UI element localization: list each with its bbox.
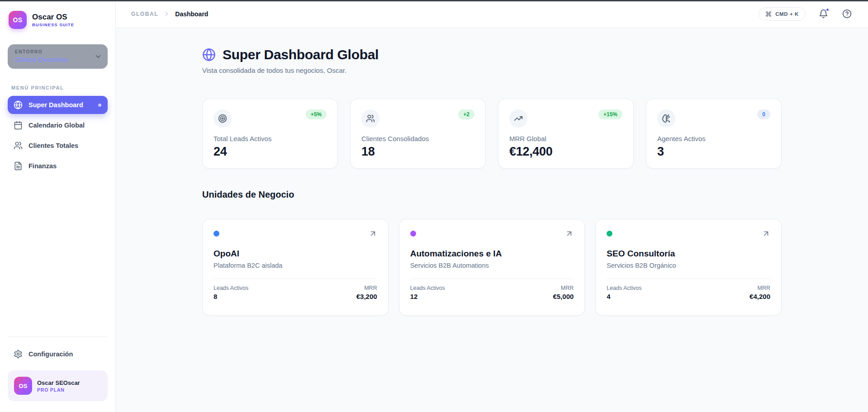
business-unit-card[interactable]: OpoAI Plataforma B2C aislada Leads Activ… <box>202 219 389 316</box>
stat-value: 24 <box>213 145 327 159</box>
leads-label: Leads Activos <box>213 285 248 291</box>
stat-label: Total Leads Activos <box>213 135 327 142</box>
status-dot <box>213 231 219 237</box>
stat-card: 0 Agentes Activos 3 <box>646 99 782 169</box>
brand-tagline: BUSINESS SUITE <box>32 22 74 27</box>
user-name: Oscar SEOscar <box>37 379 80 386</box>
stat-trend-badge: 0 <box>757 109 770 119</box>
arrow-up-right-icon[interactable] <box>565 229 574 238</box>
mrr-label: MRR <box>553 285 574 291</box>
mrr-value: €4,200 <box>749 293 770 300</box>
stat-trend-badge: +5% <box>306 109 327 119</box>
leads-value: 4 <box>607 293 641 300</box>
window-top-edge <box>0 0 868 1</box>
brand-initials: OS <box>13 16 22 24</box>
status-dot <box>607 231 612 237</box>
page-title: Super Dashboard Global <box>223 47 379 62</box>
top-bar: GLOBAL Dashboard CMD + K <box>116 0 868 28</box>
mrr-value: €3,200 <box>356 293 377 300</box>
notification-dot <box>825 8 830 12</box>
page-subtitle: Vista consolidada de todos tus negocios,… <box>202 66 782 74</box>
business-name: Automatizaciones e IA <box>410 249 574 259</box>
section-title: Unidades de Negocio <box>202 189 782 200</box>
sidebar-item-finanzas[interactable]: Finanzas <box>8 157 108 175</box>
mrr-label: MRR <box>749 285 770 291</box>
globe-icon <box>202 48 216 62</box>
arrow-up-right-icon[interactable] <box>369 229 377 238</box>
sidebar: OS Oscar OS BUSINESS SUITE ENTORNO Globa… <box>0 0 116 412</box>
stat-card: +15% MRR Global €12,400 <box>498 99 634 169</box>
arrow-up-right-icon[interactable] <box>762 229 770 238</box>
business-unit-card[interactable]: Automatizaciones e IA Servicios B2B Auto… <box>399 219 585 316</box>
sidebar-item-label: Super Dashboard <box>28 101 83 109</box>
command-palette-button[interactable]: CMD + K <box>759 7 806 21</box>
status-dot <box>410 231 416 237</box>
breadcrumb-section: GLOBAL <box>131 11 158 17</box>
leads-label: Leads Activos <box>410 285 445 291</box>
notifications-button[interactable] <box>818 8 829 19</box>
users-icon <box>361 109 379 128</box>
stat-value: €12,400 <box>509 145 622 159</box>
stat-label: Clientes Consolidados <box>361 135 474 142</box>
business-unit-card[interactable]: SEO Consultoría Servicios B2B Orgánico L… <box>595 219 782 316</box>
command-icon <box>765 11 772 17</box>
stat-card: +5% Total Leads Activos 24 <box>202 99 338 169</box>
business-description: Servicios B2B Automations <box>410 262 574 269</box>
stat-label: MRR Global <box>509 135 622 142</box>
brand: OS Oscar OS BUSINESS SUITE <box>8 11 108 29</box>
sidebar-item-label: Calendario Global <box>28 122 85 129</box>
environment-selector[interactable]: ENTORNO Global Overview <box>8 44 108 69</box>
target-icon <box>213 109 232 128</box>
sidebar-item-super-dashboard[interactable]: Super Dashboard <box>8 96 108 114</box>
sidebar-item-label: Finanzas <box>28 162 57 170</box>
avatar: OS <box>14 377 32 395</box>
menu-section-label: MENÚ PRINCIPAL <box>8 85 108 90</box>
stat-card: +2 Clientes Consolidados 18 <box>350 99 486 169</box>
stat-trend-badge: +15% <box>598 109 622 119</box>
calendar-icon <box>14 121 23 130</box>
stat-value: 18 <box>361 145 474 159</box>
environment-label: ENTORNO <box>15 49 100 54</box>
breadcrumb-page: Dashboard <box>175 10 208 18</box>
user-card[interactable]: OS Oscar SEOscar PRO PLAN <box>8 370 108 401</box>
sidebar-item-configuracion[interactable]: Configuración <box>8 345 108 363</box>
globe-icon <box>14 100 23 109</box>
sidebar-item-label: Clientes Totales <box>28 142 78 149</box>
business-units-grid: OpoAI Plataforma B2C aislada Leads Activ… <box>202 219 782 316</box>
sidebar-item-clientes-totales[interactable]: Clientes Totales <box>8 137 108 155</box>
app-window: OS Oscar OS BUSINESS SUITE ENTORNO Globa… <box>0 0 868 412</box>
file-text-icon <box>14 161 23 170</box>
leads-value: 8 <box>213 293 248 300</box>
business-name: OpoAI <box>213 249 377 259</box>
stat-label: Agentes Activos <box>657 135 770 142</box>
brain-circuit-icon <box>657 109 675 128</box>
sidebar-item-calendario-global[interactable]: Calendario Global <box>8 116 108 134</box>
main-area: Super Dashboard Global Vista consolidada… <box>116 28 868 412</box>
breadcrumb: GLOBAL Dashboard <box>131 10 208 18</box>
avatar-initials: OS <box>19 383 28 389</box>
stat-trend-badge: +2 <box>458 109 474 119</box>
leads-label: Leads Activos <box>607 285 641 291</box>
user-plan-badge: PRO PLAN <box>37 387 80 393</box>
help-button[interactable] <box>841 8 853 19</box>
help-circle-icon <box>842 9 852 19</box>
business-description: Plataforma B2C aislada <box>213 262 377 269</box>
main-menu: Super Dashboard Calendario Global Client… <box>8 96 108 175</box>
gear-icon <box>14 350 23 359</box>
mrr-label: MRR <box>356 285 377 291</box>
divider <box>410 279 574 279</box>
active-indicator-dot <box>98 104 101 107</box>
chevron-right-icon <box>163 10 170 17</box>
stats-grid: +5% Total Leads Activos 24 +2 Clientes C… <box>202 99 782 169</box>
sidebar-footer: Configuración OS Oscar SEOscar PRO PLAN <box>8 336 108 401</box>
chevron-down-icon <box>94 52 102 61</box>
trending-up-icon <box>509 109 527 128</box>
divider <box>213 279 377 279</box>
brand-name: Oscar OS <box>32 13 74 22</box>
business-description: Servicios B2B Orgánico <box>607 262 770 269</box>
divider <box>607 279 770 279</box>
mrr-value: €5,000 <box>553 293 574 300</box>
sidebar-item-label: Configuración <box>28 350 73 358</box>
environment-value: Global Overview <box>15 56 100 63</box>
leads-value: 12 <box>410 293 445 300</box>
